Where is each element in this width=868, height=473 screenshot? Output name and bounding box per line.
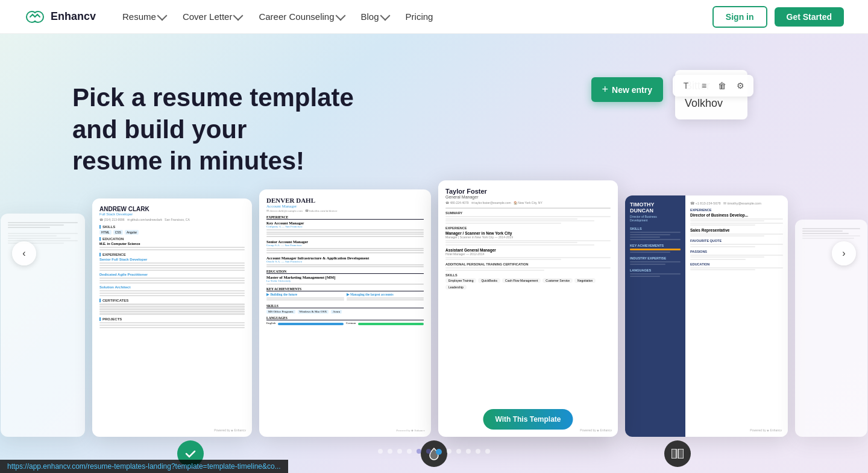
checkmark-svg [184,447,197,460]
resume-card-denver[interactable]: DENVER DAHL Account Manager ✉ denver.dah… [259,189,431,437]
editor-toolbar: T ≡ 🗑 ⚙ [673,75,753,97]
hero-text: Pick a resume template and build your re… [72,82,362,177]
hero-title-line2: resume in minutes! [72,147,304,175]
nav-right: Sign in Get Started [712,6,844,28]
cards-row: ANDREW CLARK Full Stack Developer ☎ (314… [0,180,868,437]
settings-icon[interactable]: ⚙ [734,80,746,92]
new-entry-button[interactable]: + New entry [591,77,663,102]
dot-3[interactable] [397,449,402,454]
nav-left: Enhancv Resume Cover Letter Career Couns… [24,7,440,27]
svg-rect-0 [671,449,676,459]
nav-label-resume: Resume [122,11,156,22]
delete-icon[interactable]: 🗑 [716,80,728,92]
dot-7[interactable] [436,449,442,455]
dot-2[interactable] [388,449,392,454]
hero-section: Pick a resume template and build your re… [0,34,868,473]
signin-button[interactable]: Sign in [712,6,767,28]
hero-title: Pick a resume template and build your re… [72,82,362,177]
dot-12[interactable] [485,449,490,454]
nav-item-resume[interactable]: Resume [115,7,173,27]
nav-item-pricing[interactable]: Pricing [398,7,441,27]
nav-label-cover-letter: Cover Letter [183,11,233,22]
columns-icon [664,440,691,467]
logo-icon [24,10,46,24]
prev-card-button[interactable]: ‹ [12,241,36,265]
columns-svg [671,449,684,459]
resume-card-rightmost[interactable] [795,220,867,437]
chevron-down-icon [335,11,345,21]
dot-1[interactable] [378,449,383,454]
navbar: Enhancv Resume Cover Letter Career Couns… [0,0,868,34]
dot-10[interactable] [466,449,471,454]
new-entry-label: New entry [612,85,652,95]
chevron-down-icon [380,11,390,21]
resume-card-timothy[interactable]: TIMOTHYDUNCAN Director of BusinessDevelo… [625,195,788,437]
status-bar: https://app.enhancv.com/resume-templates… [0,460,288,473]
nav-item-blog[interactable]: Blog [354,7,396,27]
plus-icon: + [602,83,609,96]
dot-6[interactable] [426,449,431,454]
feature-columns [664,440,691,467]
text-format-icon[interactable]: T [680,80,692,92]
logo[interactable]: Enhancv [24,10,96,24]
status-url: https://app.enhancv.com/resume-templates… [7,462,281,471]
font-volkhov[interactable]: Volkhov [685,95,738,112]
card-inner-timothy: TIMOTHYDUNCAN Director of BusinessDevelo… [625,195,788,437]
logo-text: Enhancv [51,10,96,23]
use-template-button[interactable]: With This Template [483,409,573,430]
dot-9[interactable] [456,449,461,454]
next-card-button[interactable]: › [832,241,856,265]
resume-card-andrew[interactable]: ANDREW CLARK Full Stack Developer ☎ (314… [92,198,252,437]
dot-11[interactable] [476,449,480,454]
list-icon[interactable]: ≡ [698,80,710,92]
svg-rect-1 [678,449,684,459]
hero-title-line1: Pick a resume template and build your [72,83,354,144]
nav-label-career-counseling: Career Counseling [259,11,334,22]
nav-label-pricing: Pricing [406,11,433,22]
dot-4[interactable] [407,449,412,454]
nav-item-cover-letter[interactable]: Cover Letter [175,7,250,27]
resume-card-taylor[interactable]: Taylor Foster General Manager ☎ 480-224-… [438,180,618,437]
dot-8[interactable] [447,449,451,454]
dot-5[interactable] [417,449,421,454]
pagination-dots [378,449,490,455]
chevron-down-icon [233,11,244,21]
chevron-down-icon [157,11,167,21]
card-inner-rightmost [795,220,867,437]
nav-item-career-counseling[interactable]: Career Counseling [251,7,351,27]
get-started-button[interactable]: Get Started [775,7,844,27]
nav-items: Resume Cover Letter Career Counseling Bl… [115,7,440,27]
nav-label-blog: Blog [361,11,379,22]
card-inner-denver: DENVER DAHL Account Manager ✉ denver.dah… [259,189,431,437]
card-inner-andrew: ANDREW CLARK Full Stack Developer ☎ (314… [92,198,252,437]
card-inner-taylor: Taylor Foster General Manager ☎ 480-224-… [438,180,618,437]
